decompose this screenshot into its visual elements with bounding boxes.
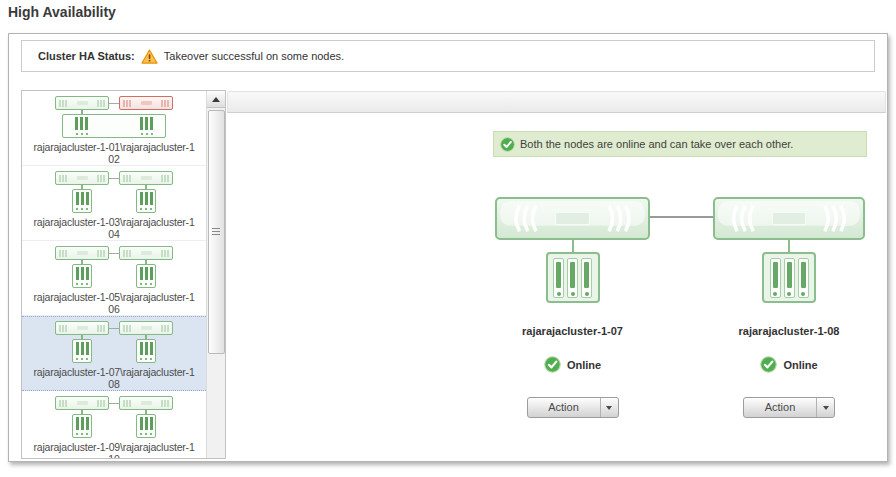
mini-controller-icon [55, 396, 109, 410]
ha-pair-item-label: rajarajacluster-1-05\rajarajacluster-1 [22, 291, 206, 303]
ha-pair-item-label: rajarajacluster-1-09\rajarajacluster-1 [22, 441, 206, 453]
list-scrollbar[interactable] [206, 91, 225, 458]
page-title: High Availability [8, 4, 116, 20]
action-button-label[interactable]: Action [744, 398, 817, 417]
mini-controller-icon [55, 246, 109, 260]
ha-pair-mini-diagram [55, 321, 173, 363]
ha-pair-item-label: rajarajacluster-1-03\rajarajacluster-1 [22, 216, 206, 228]
disk-shelf-icon [762, 252, 816, 303]
disk-shelf-icon [546, 252, 600, 303]
storage-controller-icon [495, 197, 650, 240]
mini-controller-icon [55, 96, 109, 110]
mini-disk-shelf-icon [136, 339, 156, 363]
mini-ha-link [109, 253, 119, 254]
action-button[interactable]: Action [527, 397, 619, 418]
ha-pair-item-03-04[interactable]: rajarajacluster-1-03\rajarajacluster-1 0… [22, 166, 206, 241]
cluster-ha-status-label: Cluster HA Status: [38, 50, 135, 62]
check-circle-icon [544, 356, 561, 373]
action-dropdown-toggle[interactable] [601, 398, 618, 417]
ha-pair-detail: Both the nodes are online and can take o… [227, 114, 886, 458]
cluster-ha-status-bar: Cluster HA Status: Takeover successful o… [21, 40, 875, 72]
node-name: rajarajacluster-1-08 [739, 325, 840, 337]
ha-pair-item-05-06[interactable]: rajarajacluster-1-05\rajarajacluster-1 0… [22, 241, 206, 316]
mini-disk-shelf-icon [72, 339, 92, 363]
mini-disk-shelf-icon [136, 264, 156, 288]
mini-disk-shelf-icon [72, 264, 92, 288]
ha-pair-item-01-02[interactable]: rajarajacluster-1-01\rajarajacluster-1 0… [22, 91, 206, 166]
scrollbar-thumb[interactable] [208, 110, 225, 354]
mini-controller-icon [119, 396, 173, 410]
content-header-bar [227, 91, 886, 113]
mini-ha-link [109, 403, 119, 404]
mini-disk-shelf-icon [136, 189, 156, 213]
check-circle-icon [760, 356, 777, 373]
nodes-online-banner: Both the nodes are online and can take o… [493, 131, 867, 157]
scrollbar-up-button[interactable] [207, 91, 225, 108]
ha-pair-item-label-line2: 06 [22, 303, 206, 315]
mini-controller-failed-icon [119, 96, 173, 110]
ha-pair-item-label: rajarajacluster-1-01\rajarajacluster-1 [22, 141, 206, 153]
mini-ha-link [109, 103, 119, 104]
mini-shared-shelf-icon [62, 114, 166, 138]
mini-controller-icon [119, 246, 173, 260]
mini-disk-shelf-icon [136, 414, 156, 438]
caret-down-icon [823, 406, 829, 410]
ha-pair-item-label-line2: 10 [22, 453, 206, 458]
ha-pair-mini-diagram [55, 246, 173, 288]
mini-disk-shelf-icon [72, 189, 92, 213]
node-column-08: rajarajacluster-1-08 Online Action [713, 197, 865, 418]
nodes-online-banner-text: Both the nodes are online and can take o… [520, 138, 793, 150]
node-status: Online [544, 356, 601, 373]
shelf-connector-line [572, 240, 574, 252]
ha-interconnect-line [650, 216, 713, 218]
ha-pair-item-07-08-selected[interactable]: rajarajacluster-1-07\rajarajacluster-1 0… [22, 316, 206, 391]
caret-up-icon [212, 97, 220, 102]
caret-down-icon [606, 406, 612, 410]
ha-pair-item-label-line2: 04 [22, 228, 206, 240]
mini-disk-shelf-icon [72, 414, 92, 438]
check-circle-icon [500, 137, 515, 152]
ha-panel: Cluster HA Status: Takeover successful o… [8, 33, 888, 462]
mini-controller-icon [119, 321, 173, 335]
warning-triangle-icon [141, 49, 158, 64]
ha-pair-item-label-line2: 08 [22, 378, 206, 390]
node-status-label: Online [567, 359, 601, 371]
storage-controller-icon [713, 197, 865, 240]
action-button[interactable]: Action [743, 397, 835, 418]
node-status-label: Online [783, 359, 817, 371]
node-name: rajarajacluster-1-07 [522, 325, 623, 337]
mini-ha-link [109, 178, 119, 179]
mini-controller-icon [55, 171, 109, 185]
mini-ha-link [109, 328, 119, 329]
ha-pair-mini-diagram [55, 96, 173, 138]
ha-pair-mini-diagram [55, 171, 173, 213]
shelf-connector-line [788, 240, 790, 252]
action-dropdown-toggle[interactable] [817, 398, 834, 417]
action-button-label[interactable]: Action [528, 398, 601, 417]
ha-pair-item-label-line2: 02 [22, 153, 206, 165]
mini-controller-icon [55, 321, 109, 335]
grip-lines-icon [212, 228, 220, 236]
ha-pair-list: rajarajacluster-1-01\rajarajacluster-1 0… [21, 90, 226, 459]
node-status: Online [760, 356, 817, 373]
node-column-07: rajarajacluster-1-07 Online Action [495, 197, 650, 418]
cluster-ha-status-message: Takeover successful on some nodes. [164, 50, 344, 62]
ha-pair-mini-diagram [55, 396, 173, 438]
ha-pair-item-09-10[interactable]: rajarajacluster-1-09\rajarajacluster-1 1… [22, 391, 206, 458]
ha-pair-item-label: rajarajacluster-1-07\rajarajacluster-1 [22, 366, 206, 378]
mini-controller-icon [119, 171, 173, 185]
